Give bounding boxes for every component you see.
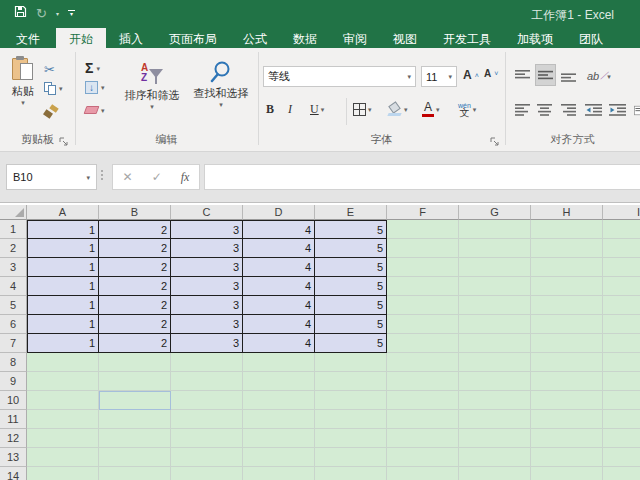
cell-B12[interactable] [99,429,171,448]
tab-插入[interactable]: 插入 [106,28,156,48]
bold-button[interactable]: B [266,98,274,120]
cell-H13[interactable] [531,448,603,467]
cell-A12[interactable] [27,429,99,448]
row-header-11[interactable]: 11 [0,410,27,429]
column-header-D[interactable]: D [243,205,315,220]
cell-E3[interactable]: 5 [315,258,387,277]
shrink-font-button[interactable]: A˅ [484,68,498,79]
top-align-button[interactable] [513,66,532,86]
cell-H7[interactable] [531,334,603,353]
cell-A1[interactable]: 1 [27,220,99,239]
row-header-10[interactable]: 10 [0,391,27,410]
cell-D7[interactable]: 4 [243,334,315,353]
cell-F7[interactable] [387,334,459,353]
font-color-dropdown-icon[interactable]: ▾ [436,106,440,113]
column-header-F[interactable]: F [387,205,459,220]
cell-C9[interactable] [171,372,243,391]
cell-D11[interactable] [243,410,315,429]
cell-D13[interactable] [243,448,315,467]
cell-E12[interactable] [315,429,387,448]
cell-C7[interactable]: 3 [171,334,243,353]
cell-A14[interactable] [27,467,99,480]
cell-C2[interactable]: 3 [171,239,243,258]
tab-团队[interactable]: 团队 [566,28,616,48]
column-header-B[interactable]: B [99,205,171,220]
formula-input[interactable] [204,164,640,190]
cell-I14[interactable] [603,467,640,480]
cell-F14[interactable] [387,467,459,480]
autosum-dropdown-icon[interactable]: ▾ [96,65,100,72]
paste-button[interactable]: 粘贴 ▾ [6,56,40,106]
name-box-dropdown-icon[interactable]: ▾ [86,174,90,181]
cell-A7[interactable]: 1 [27,334,99,353]
cell-D8[interactable] [243,353,315,372]
cell-F10[interactable] [387,391,459,410]
cell-A8[interactable] [27,353,99,372]
wrap-text-button[interactable] [632,100,640,120]
cell-C12[interactable] [171,429,243,448]
cell-H6[interactable] [531,315,603,334]
cell-D12[interactable] [243,429,315,448]
phonetic-dropdown-icon[interactable]: ▾ [473,106,477,113]
cell-H4[interactable] [531,277,603,296]
orientation-button[interactable]: ab⟋ ▾ [585,66,613,86]
cell-A6[interactable]: 1 [27,315,99,334]
cell-E14[interactable] [315,467,387,480]
cell-B3[interactable]: 2 [99,258,171,277]
increase-indent-button[interactable] [607,100,628,120]
borders-button[interactable]: ▾ [353,98,372,120]
decrease-indent-button[interactable] [583,100,604,120]
select-all-corner[interactable] [0,205,27,220]
row-header-7[interactable]: 7 [0,334,27,353]
cell-G10[interactable] [459,391,531,410]
column-header-H[interactable]: H [531,205,603,220]
clear-dropdown-icon[interactable]: ▾ [101,107,105,114]
clear-button[interactable]: ▾ [85,106,105,114]
column-header-G[interactable]: G [459,205,531,220]
cell-F1[interactable] [387,220,459,239]
format-painter-button[interactable] [44,106,58,118]
cell-F2[interactable] [387,239,459,258]
row-header-8[interactable]: 8 [0,353,27,372]
cell-D14[interactable] [243,467,315,480]
find-select-button[interactable]: 查找和选择 ▾ [189,60,253,108]
cell-A3[interactable]: 1 [27,258,99,277]
cell-H14[interactable] [531,467,603,480]
cell-F6[interactable] [387,315,459,334]
cell-F4[interactable] [387,277,459,296]
cell-A5[interactable]: 1 [27,296,99,315]
cell-E7[interactable]: 5 [315,334,387,353]
row-header-2[interactable]: 2 [0,239,27,258]
cell-B9[interactable] [99,372,171,391]
cell-C3[interactable]: 3 [171,258,243,277]
cell-I3[interactable] [603,258,640,277]
cell-I1[interactable] [603,220,640,239]
middle-align-button[interactable] [535,64,556,86]
sort-filter-button[interactable]: AZ 排序和筛选 ▾ [117,60,187,110]
cell-G2[interactable] [459,239,531,258]
cell-G5[interactable] [459,296,531,315]
formula-bar-grip[interactable] [101,170,103,180]
font-name-select[interactable]: 等线▾ [263,66,416,87]
row-header-14[interactable]: 14 [0,467,27,480]
italic-button[interactable]: I [288,98,292,120]
tab-开始[interactable]: 开始 [56,28,106,48]
row-header-5[interactable]: 5 [0,296,27,315]
cell-D9[interactable] [243,372,315,391]
fill-button[interactable]: ↓▾ [85,81,105,94]
cell-B5[interactable]: 2 [99,296,171,315]
cell-E5[interactable]: 5 [315,296,387,315]
cell-A10[interactable] [27,391,99,410]
cell-I4[interactable] [603,277,640,296]
tab-公式[interactable]: 公式 [230,28,280,48]
cell-E2[interactable]: 5 [315,239,387,258]
cell-F3[interactable] [387,258,459,277]
row-header-3[interactable]: 3 [0,258,27,277]
cell-C5[interactable]: 3 [171,296,243,315]
underline-button[interactable]: U▾ [310,98,324,120]
column-header-C[interactable]: C [171,205,243,220]
cell-A11[interactable] [27,410,99,429]
cell-I6[interactable] [603,315,640,334]
cell-B2[interactable]: 2 [99,239,171,258]
cell-G11[interactable] [459,410,531,429]
